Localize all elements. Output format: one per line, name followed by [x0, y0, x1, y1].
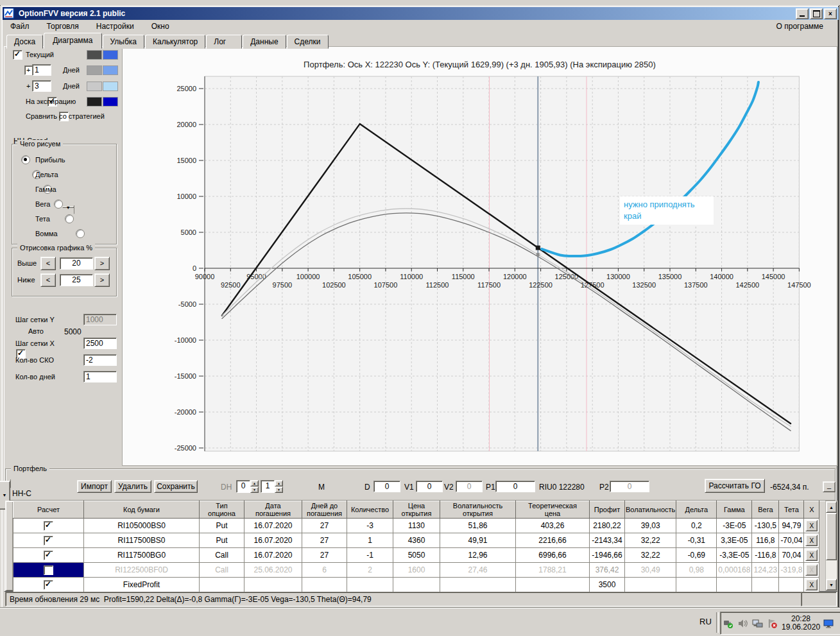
tray-date[interactable]: 19.06.2020 — [782, 623, 820, 632]
plus1-days-input[interactable]: 1 — [32, 64, 51, 76]
d-input[interactable]: 0 — [373, 481, 400, 492]
tab-smile[interactable]: Улыбка — [103, 35, 145, 49]
plot-area — [205, 76, 799, 451]
below-input[interactable]: 25 — [60, 274, 93, 286]
cell-vega: 116,8 — [752, 533, 779, 548]
row-calc-checkbox[interactable] — [44, 536, 53, 546]
table-row[interactable]: RI117500BG0Call16.07.202027-1505012,9669… — [13, 548, 819, 563]
show-current-checkbox[interactable] — [13, 50, 22, 60]
language-indicator[interactable]: RU — [699, 617, 712, 626]
row-calc-checkbox[interactable] — [44, 521, 53, 531]
auto-grid-label: Авто — [28, 327, 44, 335]
y-tick-label: -5000 — [178, 300, 196, 308]
delete-cell: X — [804, 563, 819, 578]
tab-deals[interactable]: Сделки — [287, 35, 329, 49]
delete-row-button[interactable]: X — [805, 579, 818, 590]
dh-spinner-1[interactable]: 0 ▲▼ — [236, 480, 259, 493]
above-input[interactable]: 20 — [60, 257, 93, 270]
delete-row-button[interactable]: X — [805, 549, 818, 561]
spin-up-icon[interactable]: ▲ — [275, 480, 283, 486]
table-row[interactable]: FixedProfit3500X — [13, 578, 819, 592]
network-icon[interactable] — [752, 618, 763, 629]
above-decrement-button[interactable]: < — [40, 257, 56, 270]
annotation-text: край — [624, 211, 641, 221]
dh-spinner-1-value[interactable]: 0 — [236, 480, 250, 493]
column-header-vega: Вега — [752, 501, 779, 519]
close-button[interactable]: × — [824, 8, 837, 19]
spin-down-icon[interactable]: ▼ — [250, 486, 259, 493]
plus1-greek-color-swatch — [103, 65, 118, 75]
calc-go-button[interactable]: Рассчитать ГО — [705, 479, 765, 493]
delete-button[interactable]: Удалить — [114, 480, 151, 493]
tab-log[interactable]: Лог — [206, 35, 242, 49]
tab-board[interactable]: Доска — [6, 35, 43, 49]
menu-trading[interactable]: Торговля — [39, 20, 87, 33]
table-row[interactable]: RI117500BS0Put16.07.2020271436049,912216… — [13, 533, 819, 548]
menu-about[interactable]: О программе — [769, 20, 831, 33]
tab-data[interactable]: Данные — [243, 35, 286, 49]
plus3-days-input[interactable]: 3 — [32, 80, 51, 92]
radio-theta[interactable] — [65, 214, 74, 223]
above-increment-button[interactable]: > — [94, 257, 110, 270]
instrument-quote: RIU0 122280 — [539, 483, 585, 492]
scrollbar-thumb[interactable] — [826, 513, 837, 560]
tab-diagram[interactable]: Диаграмма — [44, 33, 101, 49]
radio-vomma[interactable] — [76, 229, 85, 238]
row-calc-checkbox[interactable] — [44, 551, 53, 560]
row-calc-checkbox[interactable] — [44, 580, 53, 590]
import-button[interactable]: Импорт — [77, 480, 112, 493]
menu-window[interactable]: Окно — [144, 20, 177, 33]
delete-row-button[interactable]: X — [805, 564, 818, 576]
cko-count-input[interactable]: -2 — [83, 354, 117, 366]
cko-count-label: Кол-во СКО — [15, 356, 54, 364]
dh-spinner-2[interactable]: 1 ▲▼ — [261, 480, 283, 493]
maximize-button[interactable] — [810, 8, 823, 19]
cell-delta: 0,2 — [676, 519, 717, 533]
days-count-input[interactable]: 1 — [83, 371, 117, 382]
x-tick-label: 122500 — [529, 281, 553, 289]
cell-date: 16.07.2020 — [244, 519, 302, 533]
profit-chart[interactable]: 9000092500950009750010000010250010500010… — [123, 47, 837, 465]
cell-open: 1600 — [393, 563, 440, 578]
delete-row-button[interactable]: X — [805, 535, 818, 546]
radio-profit[interactable] — [21, 155, 30, 164]
tab-calculator[interactable]: Калькулятор — [145, 35, 205, 49]
cell-qty: -1 — [347, 548, 393, 563]
v1-input[interactable]: 0 — [416, 481, 443, 492]
table-row[interactable]: RI105000BS0Put16.07.202027-3113051,86403… — [13, 519, 819, 533]
table-scrollbar[interactable]: ▲ ▼ — [825, 501, 837, 591]
plus3-greek-color-swatch — [103, 82, 118, 91]
render-range-title: Отрисовка графика % — [17, 244, 95, 252]
scroll-up-icon[interactable]: ▲ — [826, 501, 837, 513]
table-row[interactable]: RI122500BF0DCall25.06.202062160027,46178… — [13, 563, 819, 578]
below-increment-button[interactable]: > — [94, 273, 110, 287]
spin-up-icon[interactable]: ▲ — [250, 480, 259, 486]
delete-row-button[interactable]: X — [805, 520, 818, 531]
title-bar[interactable]: OptionFVV версия 2.1 public × — [3, 7, 839, 20]
row-calc-checkbox[interactable] — [44, 565, 53, 575]
y-tick-label: 5000 — [181, 228, 196, 236]
spin-down-icon[interactable]: ▼ — [275, 486, 283, 493]
usb-ok-icon[interactable] — [723, 618, 733, 629]
scroll-down-icon[interactable]: ▼ — [826, 579, 837, 590]
cell-open: 5050 — [393, 548, 440, 563]
cell-theta: 94,79 — [779, 519, 804, 533]
below-decrement-button[interactable]: < — [40, 273, 56, 287]
grid-step-x-input[interactable]: 2500 — [83, 338, 117, 349]
minimize-button[interactable] — [796, 8, 809, 19]
cell-profit: 3500 — [590, 578, 625, 592]
cell-delta: 0,98 — [676, 563, 717, 578]
p1-input[interactable]: 0 — [495, 481, 535, 492]
menu-file[interactable]: Файл — [3, 20, 37, 33]
menu-settings[interactable]: Настройки — [89, 20, 142, 33]
x-tick-label: 100000 — [296, 273, 320, 280]
panel-minimize-button[interactable]: _ — [823, 481, 836, 492]
cell-vol_open: 12,96 — [440, 548, 516, 563]
dh-spinner-2-value[interactable]: 1 — [261, 480, 275, 493]
radio-vega[interactable] — [54, 200, 63, 209]
security-alert-icon[interactable] — [767, 618, 778, 629]
save-button[interactable]: Сохранить — [154, 480, 198, 493]
days-label-1: Дней — [63, 66, 80, 74]
volume-icon[interactable] — [737, 618, 748, 629]
display-icon[interactable] — [823, 618, 834, 629]
